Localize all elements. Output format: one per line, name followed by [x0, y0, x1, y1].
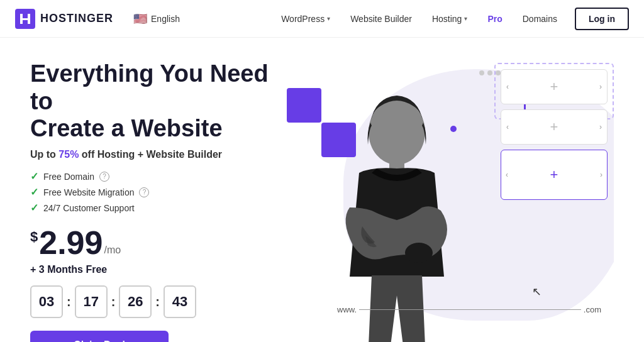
- nav-item-hosting[interactable]: Hosting ▾: [425, 9, 475, 29]
- left-arrow-icon: ‹: [506, 170, 508, 179]
- nav-links: WordPress ▾ Website Builder Hosting ▾ Pr…: [274, 8, 629, 30]
- free-months-label: + 3 Months Free: [30, 264, 294, 275]
- browser-dot: [479, 70, 484, 75]
- list-item: ✓ Free Domain ?: [30, 170, 294, 182]
- nav-item-website-builder[interactable]: Website Builder: [343, 9, 419, 29]
- right-arrow-icon: ›: [599, 123, 602, 131]
- login-button[interactable]: Log in: [575, 8, 629, 30]
- flag-icon: 🇺🇸: [133, 12, 147, 26]
- countdown-seconds: 26: [119, 285, 152, 318]
- price-amount: 2.99: [39, 226, 103, 259]
- info-icon[interactable]: ?: [99, 172, 109, 182]
- domain-com-text: .com: [584, 305, 601, 314]
- domain-bar: www. .com: [337, 305, 601, 314]
- language-selector[interactable]: 🇺🇸 English: [128, 9, 185, 28]
- price-display: $ 2.99 /mo: [30, 226, 294, 259]
- ui-card-area: ‹ + › ‹ + › ‹ + ›: [501, 69, 608, 200]
- countdown-separator: :: [67, 295, 71, 309]
- right-arrow-icon: ›: [600, 170, 602, 179]
- plus-icon: +: [550, 79, 558, 95]
- ui-card-top: ‹ + ›: [501, 69, 608, 104]
- plus-icon-purple: +: [550, 167, 558, 183]
- countdown-milliseconds: 43: [164, 285, 196, 318]
- hero-content: Everything You Need to Create a Website …: [30, 50, 294, 342]
- nav-item-pro[interactable]: Pro: [480, 9, 509, 29]
- brand-logo[interactable]: HOSTINGER: [15, 9, 113, 29]
- hostinger-logo-icon: [15, 9, 35, 29]
- countdown-timer: 03 : 17 : 26 : 43: [30, 285, 294, 318]
- ui-card-middle: ‹ + ›: [501, 109, 608, 145]
- hero-section: Everything You Need to Create a Website …: [0, 38, 644, 342]
- browser-dot: [487, 70, 492, 75]
- person-svg: [321, 82, 472, 342]
- nav-item-domains[interactable]: Domains: [515, 9, 565, 29]
- price-block: $ 2.99 /mo: [30, 226, 294, 259]
- discount-highlight: 75%: [58, 149, 79, 160]
- hero-title: Everything You Need to Create a Website: [30, 60, 294, 143]
- svg-point-3: [405, 243, 433, 263]
- list-item: ✓ Free Website Migration ?: [30, 186, 294, 198]
- domain-line: [359, 309, 581, 311]
- countdown-hours: 03: [30, 285, 63, 318]
- check-icon: ✓: [30, 186, 38, 198]
- svg-point-1: [369, 99, 425, 165]
- claim-deal-button[interactable]: Claim Deal: [30, 331, 169, 342]
- navbar: HOSTINGER 🇺🇸 English WordPress ▾ Website…: [0, 0, 644, 38]
- illustration-container: ‹ + › ‹ + › ‹ + ›: [287, 50, 614, 342]
- hero-illustration: ‹ + › ‹ + › ‹ + ›: [294, 50, 614, 342]
- left-arrow-icon: ‹: [506, 82, 509, 91]
- chevron-down-icon: ▾: [327, 15, 330, 22]
- purple-square-1: [287, 88, 321, 123]
- info-icon[interactable]: ?: [139, 187, 149, 197]
- plus-icon: +: [550, 119, 558, 135]
- countdown-separator: :: [155, 295, 160, 309]
- language-label: English: [151, 14, 180, 24]
- cursor-icon: ↖: [532, 285, 541, 299]
- brand-name-text: HOSTINGER: [40, 12, 113, 25]
- left-arrow-icon: ‹: [506, 123, 509, 131]
- nav-item-wordpress[interactable]: WordPress ▾: [274, 9, 338, 29]
- features-list: ✓ Free Domain ? ✓ Free Website Migration…: [30, 170, 294, 214]
- chevron-down-icon: ▾: [464, 15, 467, 22]
- price-per-month: /mo: [104, 245, 121, 255]
- countdown-separator: :: [111, 295, 116, 309]
- countdown-minutes: 17: [75, 285, 108, 318]
- price-dollar-sign: $: [30, 230, 38, 244]
- person-figure: [321, 82, 472, 342]
- right-arrow-icon: ›: [599, 82, 602, 91]
- domain-www-text: www.: [337, 305, 357, 314]
- ui-card-large: ‹ + ›: [501, 150, 608, 200]
- check-icon: ✓: [30, 202, 38, 214]
- list-item: ✓ 24/7 Customer Support: [30, 202, 294, 214]
- hero-subtitle: Up to 75% off Hosting + Website Builder: [30, 149, 294, 160]
- check-icon: ✓: [30, 170, 38, 182]
